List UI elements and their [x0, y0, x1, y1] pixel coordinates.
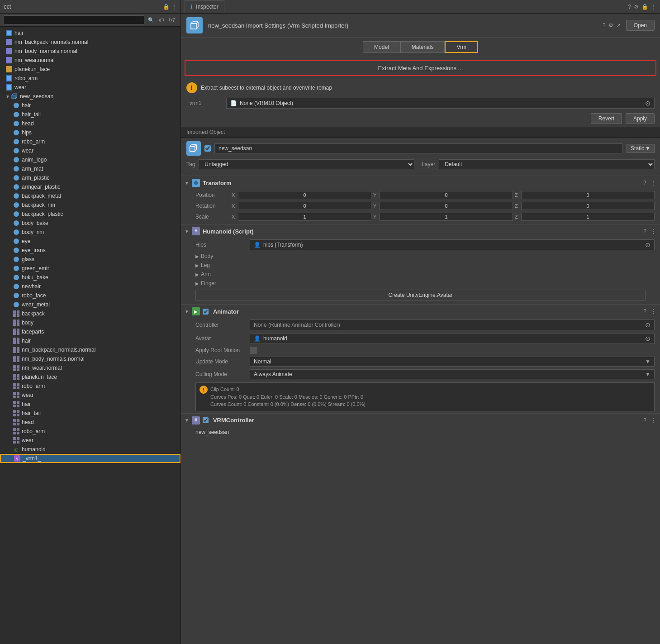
tree-item-arm_plastic[interactable]: arm_plastic [0, 173, 180, 182]
layer-dropdown[interactable]: DefaultUIPostProcessing [439, 159, 655, 169]
tree-item-faceparts_grid[interactable]: faceparts [0, 327, 180, 336]
vrm-tab[interactable]: Vrm [445, 41, 478, 53]
tree-item-backpack_grid[interactable]: backpack [0, 309, 180, 318]
culling-mode-dropdown[interactable]: Always Animate ▼ [250, 369, 655, 379]
tree-item-wear_metal[interactable]: wear_metal [0, 300, 180, 309]
tree-item-humanoid[interactable]: ☺humanoid [0, 445, 180, 454]
help-icon[interactable]: ? [628, 4, 631, 10]
vrm-controller-header[interactable]: ▼ # VRMController ? ⋮ [181, 414, 660, 427]
arm-expandable[interactable]: ▶ Arm [181, 270, 660, 279]
transform-menu-icon[interactable]: ⋮ [651, 180, 656, 186]
tree-item-head_grid[interactable]: head [0, 418, 180, 427]
transform-help-icon[interactable]: ? [643, 180, 646, 186]
tree-item-_vrm1_[interactable]: V_vrm1_ [0, 454, 180, 463]
tree-item-hair_tail_grid[interactable]: hair_tail [0, 409, 180, 418]
humanoid-help-icon[interactable]: ? [643, 228, 646, 234]
tree-item-head[interactable]: head [0, 119, 180, 128]
revert-button[interactable]: Revert [591, 113, 622, 124]
position-x-input[interactable] [238, 191, 371, 199]
tree-item-nm_body_normals[interactable]: nm_body_normals.normal [0, 47, 180, 56]
open-button[interactable]: Open [626, 20, 655, 31]
tree-item-eye_trans[interactable]: eye_trans [0, 246, 180, 255]
scale-z-input[interactable] [521, 213, 655, 221]
humanoid-menu-icon[interactable]: ⋮ [651, 228, 656, 234]
tree-item-nm_wear_grid[interactable]: nm_wear.normal [0, 363, 180, 372]
update-mode-dropdown[interactable]: Normal ▼ [250, 357, 655, 367]
asset-help-icon[interactable]: ? [603, 22, 606, 29]
vrm-controller-checkbox[interactable] [203, 417, 209, 423]
static-button[interactable]: Static ▼ [627, 144, 655, 153]
finger-expandable[interactable]: ▶ Finger [181, 279, 660, 288]
tree-item-planekun_face[interactable]: planekun_face [0, 65, 180, 74]
asset-settings-icon[interactable]: ⚙ [608, 22, 613, 29]
tree-item-wear_grid2[interactable]: wear [0, 436, 180, 445]
tree-item-huku_bake[interactable]: huku_bake [0, 273, 180, 282]
tree-item-robo_arm_child[interactable]: robo_arm [0, 137, 180, 146]
tree-item-nm_body_grid[interactable]: nm_body_normals.normal [0, 354, 180, 363]
inspector-tab[interactable]: ℹ Inspector [185, 0, 224, 13]
lock-icon[interactable]: 🔒 [163, 4, 170, 10]
rotation-x-input[interactable] [238, 202, 371, 210]
rotation-z-input[interactable] [521, 202, 655, 210]
hips-ref-button[interactable]: ⊙ [645, 241, 651, 248]
badge-button[interactable]: ↻7 [166, 16, 177, 24]
filter-button[interactable]: 🏷 [157, 16, 166, 24]
tree-item-robo_face[interactable]: robo_face [0, 291, 180, 300]
tree-item-nm_wear_normal[interactable]: nm_wear.normal [0, 56, 180, 65]
tree-item-wear_top[interactable]: wear [0, 83, 180, 92]
tree-item-robo_arm[interactable]: robo_arm [0, 74, 180, 83]
more-icon2[interactable]: ⋮ [651, 4, 656, 10]
lock-icon2[interactable]: 🔒 [641, 4, 648, 10]
tree-item-wear_grid[interactable]: wear [0, 391, 180, 400]
obj-active-checkbox[interactable] [204, 145, 211, 152]
tree-item-body_grid[interactable]: body [0, 318, 180, 327]
tree-item-planekun_grid[interactable]: planekun_face [0, 372, 180, 382]
scale-y-input[interactable] [380, 213, 513, 221]
animator-header[interactable]: ▼ ▶ Animator ? ⋮ [181, 305, 660, 318]
tag-dropdown[interactable]: UntaggedPlayerEnemy [199, 159, 414, 169]
search-button[interactable]: 🔍 [146, 16, 156, 24]
model-tab[interactable]: Model [363, 41, 400, 53]
apply-button[interactable]: Apply [626, 113, 655, 124]
tree-item-anim_logo[interactable]: anim_logo [0, 155, 180, 164]
body-expandable[interactable]: ▶ Body [181, 252, 660, 261]
apply-root-motion-toggle[interactable] [250, 347, 257, 354]
tree-item-eye[interactable]: eye [0, 237, 180, 246]
create-avatar-button[interactable]: Create UnityEngine.Avatar [195, 290, 646, 301]
tree-item-new_seedsan[interactable]: ▼ new_seedsan [0, 92, 180, 101]
tree-item-body_nm[interactable]: body_nm [0, 228, 180, 237]
tree-item-glass[interactable]: glass [0, 255, 180, 264]
tree-item-arm_mat[interactable]: arm_mat [0, 164, 180, 173]
tree-item-hair_tail[interactable]: hair_tail [0, 110, 180, 119]
tree-item-hair_grid[interactable]: hair [0, 336, 180, 345]
animator-checkbox[interactable] [203, 309, 209, 315]
tree-item-backpack_metal[interactable]: backpack_metal [0, 191, 180, 200]
position-y-input[interactable] [380, 191, 513, 199]
tree-item-nm_backpack_normals[interactable]: nm_backpack_normals.normal [0, 38, 180, 47]
tree-item-wear_child[interactable]: wear [0, 146, 180, 155]
vrm1-ref-button[interactable]: ⊙ [645, 100, 651, 107]
tree-item-robo_arm_grid[interactable]: robo_arm [0, 382, 180, 391]
tree-item-hair_child[interactable]: hair [0, 101, 180, 110]
scale-x-input[interactable] [238, 213, 371, 221]
settings-icon[interactable]: ⚙ [634, 4, 639, 10]
tree-item-hips[interactable]: hips [0, 128, 180, 137]
tree-item-hair_top[interactable]: hair [0, 29, 180, 38]
tree-item-backpack_nm[interactable]: backpack_nm [0, 200, 180, 210]
obj-name-input[interactable] [214, 143, 623, 153]
extract-button[interactable]: Extract Meta And Expressions ... [185, 60, 656, 76]
animator-menu-icon[interactable]: ⋮ [651, 308, 656, 315]
more-icon[interactable]: ⋮ [171, 4, 177, 10]
vrm-controller-help-icon[interactable]: ? [643, 417, 646, 424]
tree-item-body_bake[interactable]: body_bake [0, 219, 180, 228]
tree-item-hair_grid2[interactable]: hair [0, 400, 180, 409]
tree-item-backpack_plastic[interactable]: backpack_plastic [0, 210, 180, 219]
asset-link-icon[interactable]: ↗ [616, 22, 621, 29]
tree-item-green_emit[interactable]: green_emit [0, 264, 180, 273]
transform-header[interactable]: ▼ Transform ? ⋮ [181, 176, 660, 190]
tree-item-armgear_plastic[interactable]: armgear_plastic [0, 182, 180, 191]
materials-tab[interactable]: Materials [400, 41, 445, 53]
animator-help-icon[interactable]: ? [643, 308, 646, 315]
rotation-y-input[interactable] [380, 202, 513, 210]
tree-item-robo_arm_grid2[interactable]: robo_arm [0, 427, 180, 436]
